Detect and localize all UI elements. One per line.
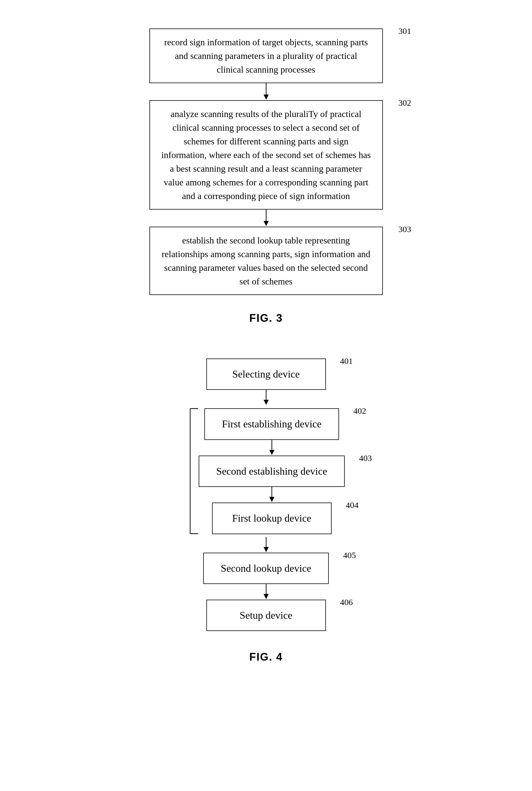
fig4-ref-406: 406 — [340, 597, 353, 607]
selecting-device-box: Selecting device — [206, 358, 326, 390]
fig4-ref-402: 402 — [353, 406, 366, 416]
svg-marker-14 — [264, 547, 269, 552]
fig3-title: FIG. 3 — [249, 312, 283, 324]
arrow1 — [262, 83, 270, 100]
fig3-box2-text: analyze scanning results of the pluraliT… — [162, 109, 371, 201]
selecting-device-label: Selecting device — [232, 369, 300, 380]
left-bracket-svg — [187, 406, 199, 537]
fig4-arrow4 — [262, 537, 270, 553]
fig4-title: FIG. 4 — [249, 651, 283, 663]
arrow2 — [262, 210, 270, 227]
first-establishing-device-box: First establishing device — [204, 408, 339, 440]
svg-marker-3 — [264, 221, 269, 226]
fig4-arrow5-svg — [262, 584, 270, 600]
fig3-ref3: 303 — [399, 224, 411, 234]
fig4-arrow1-svg — [262, 390, 270, 406]
fig3-box1: record sign information of target object… — [149, 29, 383, 83]
setup-device-box: Setup device — [206, 600, 326, 631]
second-lookup-label: Second lookup device — [221, 563, 311, 574]
setup-device-label: Setup device — [240, 609, 292, 621]
svg-marker-16 — [264, 594, 269, 599]
fig3-box3: establish the second lookup table repres… — [149, 227, 383, 295]
selecting-wrapper: Selecting device 401 — [206, 358, 326, 390]
second-establishing-wrapper: Second establishing device 403 — [199, 456, 345, 487]
first-lookup-device-box: First lookup device — [212, 503, 331, 534]
fig3-box3-text: establish the second lookup table repres… — [162, 235, 370, 286]
second-establishing-label: Second establishing device — [216, 466, 327, 477]
setup-wrapper: Setup device 406 — [206, 600, 326, 631]
fig4-arrow3 — [268, 487, 276, 503]
svg-marker-5 — [264, 400, 269, 405]
arrow1-svg — [262, 83, 270, 100]
fig4-ref-404: 404 — [346, 500, 359, 510]
fig4-arrow4-svg — [262, 537, 270, 553]
fig4-container: Selecting device 401 — [67, 358, 466, 663]
fig4-ref-403: 403 — [359, 453, 372, 463]
second-establishing-device-box: Second establishing device — [199, 456, 345, 487]
fig4-arrow1 — [262, 390, 270, 406]
second-lookup-device-box: Second lookup device — [203, 553, 329, 584]
fig4-arrow2 — [268, 440, 276, 456]
bracket-group: First establishing device 402 Second est… — [187, 406, 345, 537]
first-lookup-wrapper: First lookup device 404 — [212, 503, 331, 534]
svg-marker-10 — [269, 450, 274, 455]
fig4-ref-405: 405 — [343, 550, 356, 560]
first-establishing-label: First establishing device — [222, 418, 322, 430]
first-lookup-label: First lookup device — [232, 512, 311, 524]
fig3-container: record sign information of target object… — [67, 29, 466, 341]
fig3-box1-wrapper: record sign information of target object… — [149, 29, 383, 83]
fig3-box3-wrapper: establish the second lookup table repres… — [149, 227, 383, 295]
svg-marker-1 — [264, 95, 269, 100]
arrow2-svg — [262, 210, 270, 227]
page: record sign information of target object… — [0, 0, 532, 791]
fig4-arrow2-svg — [268, 440, 276, 456]
bracket-stack: First establishing device 402 Second est… — [199, 406, 345, 537]
fig3-box2: analyze scanning results of the pluraliT… — [149, 100, 383, 210]
fig3-ref1: 301 — [399, 26, 411, 36]
svg-marker-12 — [269, 497, 274, 502]
fig4-arrow5 — [262, 584, 270, 600]
first-establishing-wrapper: First establishing device 402 — [204, 408, 339, 440]
fig3-box1-text: record sign information of target object… — [164, 37, 368, 75]
fig4-ref-401: 401 — [340, 356, 353, 366]
second-lookup-wrapper: Second lookup device 405 — [203, 553, 329, 584]
fig3-ref2: 302 — [399, 98, 411, 108]
left-bracket-area — [187, 406, 199, 537]
fig4-arrow3-svg — [268, 487, 276, 503]
fig3-box2-wrapper: analyze scanning results of the pluraliT… — [149, 100, 383, 210]
